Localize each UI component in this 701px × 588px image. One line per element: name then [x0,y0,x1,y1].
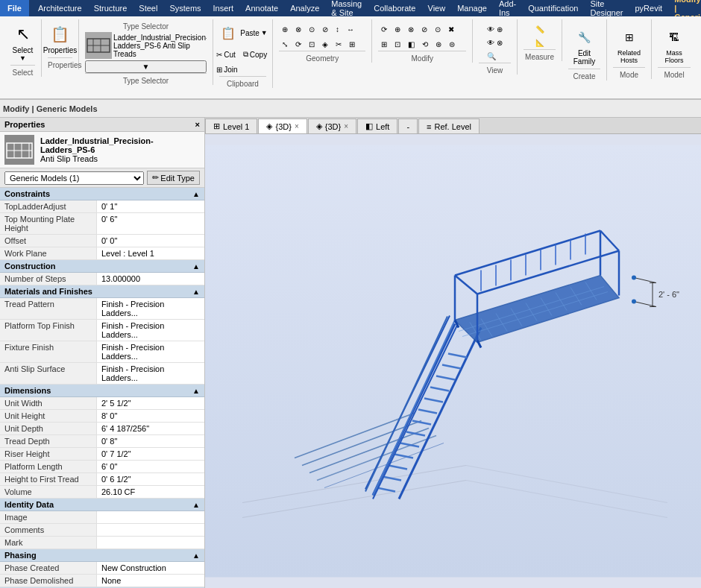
section-phasing[interactable]: Phasing ▲ [0,549,204,562]
svg-point-71 [632,276,636,280]
measure-group-label: Measure [524,49,556,61]
constraints-collapse-icon: ▲ [192,190,200,198]
section-dimensions[interactable]: Dimensions ▲ [0,385,204,397]
edit-type-button[interactable]: ✏ Edit Type [147,171,200,185]
family-selector: Generic Models (1) ✏ Edit Type [0,168,204,188]
section-construction[interactable]: Construction ▲ [0,260,204,273]
ribbon-group-modify: ⟳ ⊕ ⊗ ⊘ ⊙ ✖ ⊞ ⊡ ◧ ⟲ ⊛ ⊜ Modify [372,19,473,63]
ribbon-group-geometry: ⊕ ⊗ ⊙ ⊘ ↕ ↔ ⤡ ⟳ ⊡ ◈ ✂ ⊞ Geometry [273,19,372,63]
tab-dash[interactable]: - [398,118,418,133]
paste-button[interactable]: 📋 Paste▼ [213,19,272,46]
prop-heightfirst: Height to First Tread 0' 6 1/2" [0,473,204,486]
geom-btn-9[interactable]: ⊡ [306,37,318,51]
ribbon-group-properties: 📋 Properties Properties [42,19,79,69]
view-btn-2[interactable]: 👁 ⊗ [484,36,506,49]
tab-left[interactable]: ◧ Left [357,118,397,133]
menu-quantification[interactable]: Quantification [522,2,584,14]
geom-btn-3[interactable]: ⊙ [306,22,318,36]
menu-view[interactable]: View [422,2,452,14]
geom-btn-2[interactable]: ⊗ [292,22,304,36]
mod-btn-9[interactable]: ◧ [405,37,418,51]
panel-close-btn[interactable]: × [195,120,200,129]
mod-btn-10[interactable]: ⟲ [419,37,431,51]
geom-btn-10[interactable]: ◈ [319,37,331,51]
tab-3d-close[interactable]: × [295,122,299,130]
view-btn-1[interactable]: 👁 ⊕ [484,22,506,36]
tab-3d-2[interactable]: ◈ {3D} × [308,118,356,133]
mod-btn-7[interactable]: ⊞ [378,37,390,51]
generic-models-dropdown[interactable]: Generic Models (1) [4,171,144,185]
edit-family-button[interactable]: 🔧 Edit Family [568,22,601,69]
mod-btn-3[interactable]: ⊗ [405,22,417,36]
mod-btn-1[interactable]: ⟳ [378,22,390,36]
prop-treadpattern: Tread Pattern Finish - Precision Ladders… [0,298,204,320]
prop-topladjust: TopLadderAdjust 0' 1" [0,200,204,213]
prop-platformtop: Platform Top Finish Finish - Precision L… [0,320,204,341]
geom-btn-1[interactable]: ⊕ [279,22,291,36]
viewport-3d[interactable]: 2' - 6" [205,134,701,588]
menu-annotate[interactable]: Annotate [239,2,284,14]
mod-btn-11[interactable]: ⊛ [433,37,444,51]
section-materials[interactable]: Materials and Finishes ▲ [0,285,204,298]
geom-btn-6[interactable]: ↔ [344,22,357,36]
geometry-group-label: Geometry [279,51,365,63]
tab-3d2-close[interactable]: × [344,122,348,130]
measure-btn-2[interactable]: 📐 [532,36,547,49]
menu-manage[interactable]: Manage [451,2,493,14]
menu-pyrevit[interactable]: pyRevit [629,2,668,14]
prop-treaddepth: Tread Depth 0' 8" [0,435,204,448]
prop-unitdepth: Unit Depth 6' 4 187/256" [0,423,204,435]
mass-floors-icon: 🏗 [662,25,686,49]
section-identity[interactable]: Identity Data ▲ [0,499,204,511]
related-hosts-button[interactable]: ⊞ Related Hosts [613,22,646,67]
svg-point-72 [632,300,636,304]
prop-platformlen: Platform Length 6' 0" [0,461,204,473]
view-group-label: View [479,63,511,75]
ribbon-group-view: 👁 ⊕ 👁 ⊗ 🔍 View [473,19,518,75]
select-button[interactable]: ↖ Select ▼ [7,19,40,65]
identity-collapse-icon: ▲ [192,501,200,509]
type-dropdown-btn[interactable]: ▼ [85,60,207,73]
cut-button[interactable]: ✂ Cut [213,48,239,61]
menu-insert[interactable]: Insert [207,2,240,14]
tab-reflevel[interactable]: ≡ Ref. Level [418,118,480,133]
section-constraints[interactable]: Constraints ▲ [0,188,204,200]
menu-systems[interactable]: Systems [163,2,207,14]
geom-btn-11[interactable]: ✂ [333,37,345,51]
file-menu[interactable]: File [0,0,29,16]
copy-button[interactable]: ⧉ Copy [240,48,270,61]
geom-btn-7[interactable]: ⤡ [279,37,291,51]
mod-btn-2[interactable]: ⊕ [392,22,403,36]
menu-steel[interactable]: Steel [133,2,163,14]
mod-btn-6[interactable]: ✖ [445,22,457,36]
geom-btn-12[interactable]: ⊞ [346,37,358,51]
tab-reflevel-label: Ref. Level [434,122,471,131]
measure-btn-1[interactable]: 📏 [532,22,547,36]
tab-3d-active[interactable]: ◈ {3D} × [258,118,307,133]
panel-header: Properties × [0,118,204,132]
geom-btn-5[interactable]: ↕ [333,22,342,36]
phasing-collapse-icon: ▲ [192,551,200,560]
menu-collaborate[interactable]: Collaborate [368,2,421,14]
tab-left-label: Left [376,122,389,131]
dimensions-collapse-icon: ▲ [192,387,200,395]
mass-floors-button[interactable]: 🏗 Mass Floors [658,22,691,67]
mod-btn-5[interactable]: ⊙ [432,22,444,36]
menu-analyze[interactable]: Analyze [284,2,325,14]
join-button[interactable]: ⊞ Join [213,63,240,76]
mod-btn-4[interactable]: ⊘ [418,22,430,36]
menu-architecture[interactable]: Architecture [32,2,88,14]
menu-structure[interactable]: Structure [88,2,133,14]
mod-btn-8[interactable]: ⊡ [392,37,403,51]
related-hosts-icon: ⊞ [617,25,641,49]
properties-button[interactable]: 📋 Properties [39,19,82,57]
breadcrumb: Modify | Generic Models [3,104,98,113]
geom-btn-4[interactable]: ⊘ [319,22,331,36]
tab-level1[interactable]: ⊞ Level 1 [205,118,257,133]
panel-title: Properties [4,120,45,129]
ribbon-group-typeselector: Type Selector Ladder_Industrial_Precisio… [79,19,213,85]
geom-btn-8[interactable]: ⟳ [292,37,304,51]
edit-type-icon: ✏ [152,173,159,183]
view-btn-3[interactable]: 🔍 [484,49,506,63]
mod-btn-12[interactable]: ⊜ [446,37,458,51]
